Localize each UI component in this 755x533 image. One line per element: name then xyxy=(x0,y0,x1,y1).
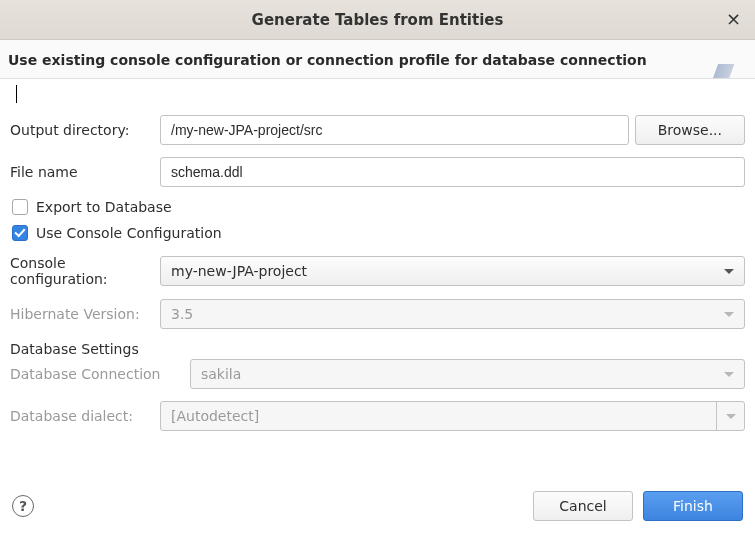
row-hibernate-version: Hibernate Version: 3.5 xyxy=(10,299,745,329)
file-name-input[interactable] xyxy=(160,157,745,187)
export-to-database-checkbox[interactable] xyxy=(12,199,28,215)
close-icon[interactable]: × xyxy=(726,10,741,28)
description-area xyxy=(0,79,755,109)
label-export-to-database: Export to Database xyxy=(36,199,172,215)
db-connection-value: sakila xyxy=(201,366,241,382)
console-config-select[interactable]: my-new-JPA-project xyxy=(160,256,745,286)
database-settings-title: Database Settings xyxy=(10,341,745,357)
console-config-value: my-new-JPA-project xyxy=(171,263,307,279)
cancel-button[interactable]: Cancel xyxy=(533,491,633,521)
help-button[interactable]: ? xyxy=(12,495,34,517)
label-file-name: File name xyxy=(10,164,160,180)
label-hibernate-version: Hibernate Version: xyxy=(10,306,160,322)
db-connection-select: sakila xyxy=(190,359,745,389)
label-db-connection: Database Connection xyxy=(10,366,190,382)
row-output-directory: Output directory: Browse... xyxy=(10,115,745,145)
label-output-directory: Output directory: xyxy=(10,122,160,138)
chevron-down-icon xyxy=(724,269,734,274)
chevron-down-icon xyxy=(726,414,736,419)
text-cursor xyxy=(16,85,17,103)
label-use-console-config: Use Console Configuration xyxy=(36,225,222,241)
label-console-config: Console configuration: xyxy=(10,255,160,287)
hibernate-version-value: 3.5 xyxy=(171,306,193,322)
db-dialect-select: [Autodetect] xyxy=(160,401,745,431)
row-db-connection: Database Connection sakila xyxy=(10,359,745,389)
row-db-dialect: Database dialect: [Autodetect] xyxy=(10,401,745,431)
db-dialect-value: [Autodetect] xyxy=(171,408,716,424)
help-icon: ? xyxy=(19,498,27,514)
hibernate-version-select: 3.5 xyxy=(160,299,745,329)
form: Output directory: Browse... File name Ex… xyxy=(0,109,755,431)
use-console-config-checkbox[interactable] xyxy=(12,225,28,241)
banner-decor xyxy=(695,64,755,78)
browse-button[interactable]: Browse... xyxy=(635,115,745,145)
row-use-console-config: Use Console Configuration xyxy=(12,225,745,241)
row-console-config: Console configuration: my-new-JPA-projec… xyxy=(10,255,745,287)
footer: ? Cancel Finish xyxy=(0,481,755,533)
chevron-down-icon xyxy=(724,312,734,317)
chevron-down-icon xyxy=(724,372,734,377)
row-export-to-database: Export to Database xyxy=(12,199,745,215)
db-dialect-dropdown-button xyxy=(716,402,744,430)
output-directory-input[interactable] xyxy=(160,115,629,145)
database-settings-section: Database Connection sakila Database dial… xyxy=(10,359,745,431)
window-title: Generate Tables from Entities xyxy=(252,11,504,29)
label-db-dialect: Database dialect: xyxy=(10,408,160,424)
row-file-name: File name xyxy=(10,157,745,187)
titlebar: Generate Tables from Entities × xyxy=(0,0,755,40)
finish-button[interactable]: Finish xyxy=(643,491,743,521)
banner: Use existing console configuration or co… xyxy=(0,40,755,79)
banner-heading: Use existing console configuration or co… xyxy=(8,52,747,68)
